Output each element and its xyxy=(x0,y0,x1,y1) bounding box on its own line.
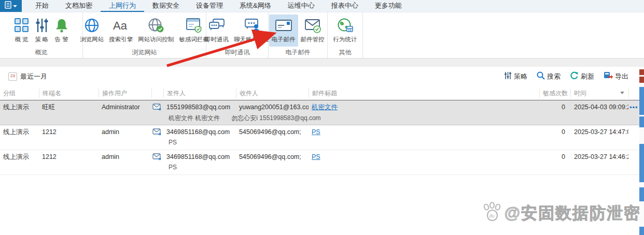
table-row[interactable]: 线上演示 1212 admin 3469851168@qq.com 545069… xyxy=(0,125,644,150)
email-button-label: 电子邮件 xyxy=(272,36,296,43)
website-access-control-label: 网站访问控制 xyxy=(138,36,174,43)
tab-ops-center[interactable]: 运维中心 xyxy=(279,0,323,12)
group-label-overview: 概览 xyxy=(0,47,82,60)
tab-report-center[interactable]: 报表中心 xyxy=(323,0,367,12)
cell-terminal: 旺旺 xyxy=(39,103,99,112)
watermark: du @安固数据防泄密 xyxy=(482,202,641,225)
export-label: 导出 xyxy=(615,72,628,81)
chat-account-control-button[interactable]: 聊天账号管控 xyxy=(231,14,272,47)
policy-button[interactable]: 策 略 xyxy=(32,14,52,47)
search-label: 搜索 xyxy=(547,72,561,81)
col-header-time[interactable]: 时间 xyxy=(570,89,628,98)
app-menu-button[interactable] xyxy=(0,0,22,12)
overview-grid-icon xyxy=(14,16,30,35)
ribbon-group-other: 行为统计 其他 xyxy=(328,12,363,58)
tab-system-network[interactable]: 系统&网络 xyxy=(231,0,279,12)
search-engine-Aa-icon: Aa xyxy=(112,16,130,35)
calendar-icon: 23 xyxy=(8,72,17,81)
refresh-button[interactable]: 刷新 xyxy=(570,71,594,82)
paw-icon: du xyxy=(482,202,503,225)
email-shield-icon xyxy=(304,16,321,35)
browse-website-label: 浏览网站 xyxy=(80,36,104,43)
alert-bell-icon xyxy=(54,16,69,35)
filter-toolbar: 23 最近一月 策略 搜索 刷新 导出 xyxy=(0,67,644,86)
tab-device-management[interactable]: 设备管理 xyxy=(188,0,231,12)
search-engine-button[interactable]: Aa 搜索引擎 xyxy=(106,14,135,47)
col-header-user[interactable]: 操作用户 xyxy=(99,89,151,98)
search-button[interactable]: 搜索 xyxy=(537,71,561,82)
alert-button[interactable]: 告 警 xyxy=(52,14,72,47)
page-shield-icon xyxy=(186,16,202,35)
col-header-subject[interactable]: 邮件标题 xyxy=(309,89,539,98)
cell-sensitive-count: 0 xyxy=(539,104,570,111)
policy-toolbar-button[interactable]: 策略 xyxy=(504,71,527,82)
col-header-sender[interactable]: 发件人 xyxy=(163,89,236,98)
cell-sender: 3469851168@qq.com xyxy=(163,153,236,160)
tab-internet-behavior[interactable]: 上网行为 xyxy=(101,0,144,12)
col-header-time-label: 时间 xyxy=(574,89,586,98)
cell-recipient: 545069496@qq.com; xyxy=(236,128,309,136)
col-header-terminal[interactable]: 终端名 xyxy=(39,89,99,98)
email-sent-icon xyxy=(151,153,163,161)
mail-detail-text: PS xyxy=(169,139,177,146)
search-magnifier-icon xyxy=(537,71,545,82)
subject-link[interactable]: PS xyxy=(312,153,320,160)
export-button[interactable]: 导出 xyxy=(604,71,628,82)
app-menu-icon xyxy=(5,1,11,11)
email-control-button[interactable]: 邮件管控 xyxy=(298,14,327,47)
instant-messaging-label: 即时通讯 xyxy=(205,36,229,43)
browse-website-button[interactable]: 浏览网站 xyxy=(77,14,106,47)
mail-detail-text: 机密文件 机密文件 xyxy=(169,114,220,123)
background-window-edge xyxy=(639,67,644,235)
col-header-icon xyxy=(151,89,163,98)
app-menu-caret-icon xyxy=(13,5,17,7)
col-header-group[interactable]: 分组 xyxy=(0,89,39,98)
overview-button[interactable]: 概 览 xyxy=(11,14,32,47)
menu-tabs: 开始 文档加密 上网行为 数据安全 设备管理 系统&网络 运维中心 报表中心 更… xyxy=(27,0,410,12)
table-row[interactable]: 线上演示 1212 admin 3469851168@qq.com 545069… xyxy=(0,150,644,175)
chat-account-control-label: 聊天账号管控 xyxy=(234,36,270,43)
behavior-statistics-button[interactable]: 行为统计 xyxy=(331,14,360,47)
col-header-recipient[interactable]: 收件人 xyxy=(236,89,309,98)
globe-stats-icon xyxy=(337,16,354,35)
tab-doc-encrypt[interactable]: 文档加密 xyxy=(57,0,101,12)
cell-terminal: 1212 xyxy=(39,153,99,160)
tab-more-features[interactable]: 更多功能 xyxy=(367,0,410,12)
email-sent-icon xyxy=(151,104,163,111)
globe-icon xyxy=(84,16,100,35)
menu-tab-bar: 开始 文档加密 上网行为 数据安全 设备管理 系统&网络 运维中心 报表中心 更… xyxy=(0,0,644,12)
policy-sliders-small-icon xyxy=(504,71,512,82)
group-label-instant-messaging: 即时通讯 xyxy=(206,47,268,60)
col-header-sensitive-count[interactable]: 敏感次数 xyxy=(539,89,570,98)
cell-group: 线上演示 xyxy=(0,128,39,137)
svg-text:Aa: Aa xyxy=(113,19,128,32)
date-range-label: 最近一月 xyxy=(20,72,47,81)
cell-sensitive-count: 0 xyxy=(539,128,570,136)
sort-caret-icon[interactable] xyxy=(620,92,624,94)
table-row[interactable]: 线上演示 旺旺 Administrator 1551998583@qq.com … xyxy=(0,100,644,125)
cell-user: admin xyxy=(99,153,151,160)
date-range-filter[interactable]: 23 最近一月 xyxy=(8,72,47,81)
overview-button-label: 概 览 xyxy=(15,36,28,43)
subject-link[interactable]: 机密文件 xyxy=(312,104,338,111)
ribbon-group-instant-messaging: 即时通讯 聊天账号管控 即时通讯 xyxy=(206,12,269,58)
policy-sliders-icon xyxy=(35,16,49,35)
svg-text:du: du xyxy=(489,213,494,218)
ribbon-group-web-browsing: 浏览网站 Aa 搜索引擎 网站访问控制 敏感词拦截 浏览网站 xyxy=(83,12,206,58)
refresh-label: 刷新 xyxy=(581,72,594,81)
toolbar-actions: 策略 搜索 刷新 导出 xyxy=(504,71,628,82)
export-icon xyxy=(604,71,613,82)
tab-data-security[interactable]: 数据安全 xyxy=(144,0,188,12)
chat-user-icon xyxy=(243,16,261,35)
cell-sender: 3469851168@qq.com xyxy=(163,128,236,136)
website-access-control-button[interactable]: 网站访问控制 xyxy=(135,14,176,47)
tab-start[interactable]: 开始 xyxy=(27,0,57,12)
email-icon xyxy=(275,16,292,35)
refresh-icon xyxy=(570,71,579,82)
cell-time: 2025-04-03 09:09:22 xyxy=(570,104,628,111)
subject-link[interactable]: PS xyxy=(312,128,320,136)
chat-bubbles-icon xyxy=(208,16,226,35)
instant-messaging-button[interactable]: 即时通讯 xyxy=(202,14,231,47)
email-button[interactable]: 电子邮件 xyxy=(269,14,298,47)
cell-time: 2025-03-27 14:46:29 xyxy=(570,153,628,160)
